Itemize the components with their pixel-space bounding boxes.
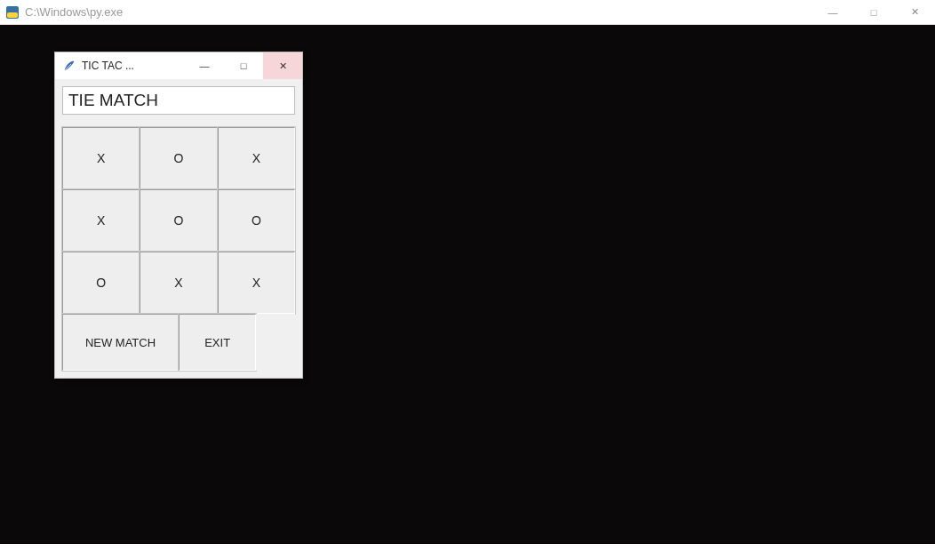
empty-slot <box>256 314 295 371</box>
game-close-button[interactable]: ✕ <box>263 52 302 79</box>
console-titlebar: C:\Windows\py.exe — □ ✕ <box>0 0 935 25</box>
game-window-title: TIC TAC ... <box>82 60 185 72</box>
new-match-button[interactable]: NEW MATCH <box>62 314 179 371</box>
console-footer <box>0 544 935 552</box>
console-close-button[interactable]: ✕ <box>894 0 935 25</box>
game-window: TIC TAC ... — □ ✕ X O X X O O O <box>54 52 303 379</box>
game-minimize-button[interactable]: — <box>185 52 224 79</box>
console-title: C:\Windows\py.exe <box>25 5 812 19</box>
board-cell-1-2[interactable]: O <box>218 189 295 252</box>
board-cell-0-0[interactable]: X <box>62 127 140 189</box>
console-window-controls: — □ ✕ <box>812 0 935 25</box>
console-maximize-button[interactable]: □ <box>853 0 894 25</box>
game-window-controls: — □ ✕ <box>185 52 302 79</box>
board-cell-0-1[interactable]: O <box>140 127 217 189</box>
board-cell-1-0[interactable]: X <box>62 189 140 252</box>
exit-button[interactable]: EXIT <box>179 314 256 371</box>
console-window: C:\Windows\py.exe — □ ✕ TIC TAC ... — □ <box>0 0 935 560</box>
console-minimize-button[interactable]: — <box>812 0 853 25</box>
game-board: X O X X O O O X X <box>62 127 295 314</box>
game-content: X O X X O O O X X NEW MATCH EXIT <box>55 79 302 378</box>
game-action-row: NEW MATCH EXIT <box>62 314 295 371</box>
feather-icon <box>62 59 76 73</box>
board-cell-2-2[interactable]: X <box>218 252 295 314</box>
svg-rect-1 <box>7 12 18 18</box>
board-cell-1-1[interactable]: O <box>140 189 217 252</box>
console-body: TIC TAC ... — □ ✕ X O X X O O O <box>0 25 935 552</box>
board-cell-0-2[interactable]: X <box>218 127 295 189</box>
python-icon <box>5 5 20 20</box>
status-field[interactable] <box>62 86 295 115</box>
board-cell-2-0[interactable]: O <box>62 252 140 314</box>
game-titlebar[interactable]: TIC TAC ... — □ ✕ <box>55 52 302 79</box>
game-maximize-button[interactable]: □ <box>224 52 263 79</box>
spacer <box>62 115 295 127</box>
board-cell-2-1[interactable]: X <box>140 252 217 314</box>
